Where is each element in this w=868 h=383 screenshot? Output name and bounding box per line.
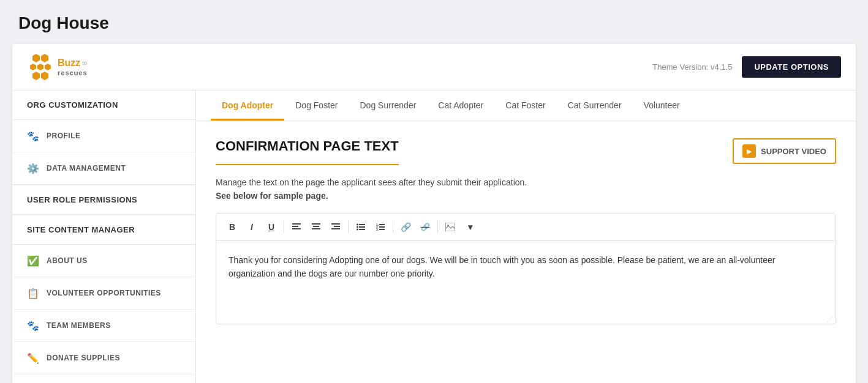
ordered-list-button[interactable]: 1. 2. 3. bbox=[372, 218, 389, 236]
logo-buzz: Buzz bbox=[58, 57, 80, 69]
section-description-bold: See below for sample page. bbox=[216, 191, 328, 201]
tab-dog-adopter[interactable]: Dog Adopter bbox=[211, 91, 284, 121]
hex-4 bbox=[37, 64, 43, 70]
content-area: ORG CUSTOMIZATION 🐾 PROFILE ⚙️ DATA MANA… bbox=[12, 91, 856, 383]
page-title: Dog House bbox=[0, 0, 868, 44]
section-divider bbox=[216, 164, 399, 165]
editor-toolbar: B I U bbox=[216, 214, 836, 241]
resize-handle[interactable]: ⋰ bbox=[216, 314, 836, 324]
section-header-row: CONFIRMATION PAGE TEXT ▶ SUPPORT VIDEO bbox=[216, 138, 836, 177]
align-right-button[interactable] bbox=[327, 218, 344, 236]
sidebar-item-volunteer-opportunities[interactable]: 📋 VOLUNTEER OPPORTUNITIES bbox=[12, 277, 195, 310]
svg-rect-16 bbox=[379, 224, 385, 225]
paw-icon: 🐾 bbox=[27, 130, 39, 142]
section-title: CONFIRMATION PAGE TEXT bbox=[216, 138, 399, 154]
panel-content: CONFIRMATION PAGE TEXT ▶ SUPPORT VIDEO M… bbox=[196, 121, 856, 383]
italic-button[interactable]: I bbox=[243, 218, 260, 236]
hex-7 bbox=[41, 72, 48, 80]
logo-hexagons bbox=[27, 54, 54, 80]
sidebar-item-about-us-label: ABOUT US bbox=[47, 256, 88, 265]
bold-button[interactable]: B bbox=[224, 218, 241, 236]
tab-cat-foster[interactable]: Cat Foster bbox=[494, 91, 556, 121]
sidebar-item-profile[interactable]: 🐾 PROFILE bbox=[12, 120, 195, 152]
pencil-icon: ✏️ bbox=[27, 352, 39, 364]
svg-rect-10 bbox=[359, 224, 365, 225]
unordered-list-button[interactable] bbox=[352, 218, 369, 236]
sidebar-item-team-label: TEAM MEMBERS bbox=[47, 321, 111, 330]
hex-6 bbox=[32, 72, 40, 80]
sidebar-item-data-management-label: DATA MANAGEMENT bbox=[47, 164, 126, 173]
sidebar-item-data-management[interactable]: ⚙️ DATA MANAGEMENT bbox=[12, 152, 195, 185]
hex-5 bbox=[45, 64, 51, 70]
svg-rect-1 bbox=[292, 226, 298, 227]
theme-version: Theme Version: v4.1.5 bbox=[652, 62, 732, 72]
section-title-group: CONFIRMATION PAGE TEXT bbox=[216, 138, 399, 177]
svg-rect-7 bbox=[334, 226, 340, 227]
hex-3 bbox=[30, 64, 36, 70]
section-description-line1: Manage the text on the page the applican… bbox=[216, 177, 836, 187]
card-header: Buzz to rescues Theme Version: v4.1.5 UP… bbox=[12, 44, 856, 91]
logo: Buzz to rescues bbox=[27, 54, 88, 80]
main-card: Buzz to rescues Theme Version: v4.1.5 UP… bbox=[12, 44, 856, 383]
tab-cat-surrender[interactable]: Cat Surrender bbox=[557, 91, 633, 121]
check-circle-icon: ✅ bbox=[27, 255, 39, 267]
svg-rect-8 bbox=[331, 228, 340, 229]
update-options-button[interactable]: UPDATE OPTIONS bbox=[742, 56, 841, 78]
toolbar-divider-1 bbox=[284, 221, 284, 233]
svg-rect-18 bbox=[379, 226, 385, 228]
tab-volunteer[interactable]: Volunteer bbox=[633, 91, 691, 121]
svg-point-13 bbox=[357, 229, 358, 231]
svg-rect-20 bbox=[379, 229, 385, 230]
tabs-bar: Dog Adopter Dog Foster Dog Surrender Cat… bbox=[196, 91, 856, 121]
play-icon: ▶ bbox=[742, 144, 756, 158]
svg-rect-0 bbox=[292, 223, 301, 225]
unlink-button[interactable]: 🔗 bbox=[417, 218, 434, 236]
image-dropdown-button[interactable]: ▾ bbox=[461, 218, 478, 236]
toolbar-divider-4 bbox=[437, 221, 438, 233]
svg-rect-2 bbox=[292, 228, 301, 229]
svg-point-9 bbox=[357, 224, 358, 226]
align-center-button[interactable] bbox=[308, 218, 325, 236]
svg-rect-12 bbox=[359, 226, 365, 228]
rich-text-editor: B I U bbox=[216, 213, 836, 324]
underline-button[interactable]: U bbox=[263, 218, 280, 236]
svg-rect-4 bbox=[313, 226, 319, 227]
right-panel: Dog Adopter Dog Foster Dog Surrender Cat… bbox=[196, 91, 856, 383]
team-paw-icon: 🐾 bbox=[27, 319, 39, 332]
tab-cat-adopter[interactable]: Cat Adopter bbox=[427, 91, 494, 121]
logo-text-group: Buzz to rescues bbox=[58, 57, 88, 76]
align-left-button[interactable] bbox=[288, 218, 305, 236]
toolbar-divider-2 bbox=[348, 221, 349, 233]
section-description-line2: See below for sample page. bbox=[216, 191, 836, 201]
sidebar-section-org-customization: ORG CUSTOMIZATION bbox=[12, 91, 195, 120]
toolbar-divider-3 bbox=[393, 221, 393, 233]
sidebar-item-volunteer-label: VOLUNTEER OPPORTUNITIES bbox=[47, 289, 161, 297]
link-button[interactable]: 🔗 bbox=[397, 218, 414, 236]
sidebar-item-donate-label: DONATE SUPPLIES bbox=[47, 354, 120, 362]
svg-text:3.: 3. bbox=[376, 228, 379, 231]
tab-dog-foster[interactable]: Dog Foster bbox=[284, 91, 349, 121]
support-video-label: SUPPORT VIDEO bbox=[761, 147, 826, 156]
svg-point-11 bbox=[357, 226, 358, 228]
sidebar-section-user-role: USER ROLE PERMISSIONS bbox=[12, 185, 195, 215]
clipboard-icon: 📋 bbox=[27, 287, 39, 299]
settings-icon: ⚙️ bbox=[27, 162, 39, 174]
logo-rescues: rescues bbox=[58, 69, 88, 77]
sidebar-item-about-us[interactable]: ✅ ABOUT US bbox=[12, 245, 195, 277]
svg-rect-3 bbox=[312, 223, 320, 225]
logo-to: to bbox=[82, 60, 87, 67]
support-video-button[interactable]: ▶ SUPPORT VIDEO bbox=[733, 138, 836, 164]
svg-rect-14 bbox=[359, 229, 365, 230]
header-right: Theme Version: v4.1.5 UPDATE OPTIONS bbox=[652, 56, 841, 78]
sidebar-item-team-members[interactable]: 🐾 TEAM MEMBERS bbox=[12, 310, 195, 342]
svg-rect-6 bbox=[331, 223, 340, 225]
image-button[interactable] bbox=[442, 218, 459, 236]
svg-rect-5 bbox=[312, 228, 320, 229]
sidebar-item-donate-supplies[interactable]: ✏️ DONATE SUPPLIES bbox=[12, 342, 195, 374]
sidebar: ORG CUSTOMIZATION 🐾 PROFILE ⚙️ DATA MANA… bbox=[12, 91, 196, 383]
tab-dog-surrender[interactable]: Dog Surrender bbox=[349, 91, 428, 121]
sidebar-item-profile-label: PROFILE bbox=[47, 132, 81, 140]
sidebar-section-site-content: SITE CONTENT MANAGER bbox=[12, 215, 195, 245]
editor-content[interactable]: Thank you for considering Adopting one o… bbox=[216, 241, 836, 314]
hex-2 bbox=[41, 54, 48, 62]
